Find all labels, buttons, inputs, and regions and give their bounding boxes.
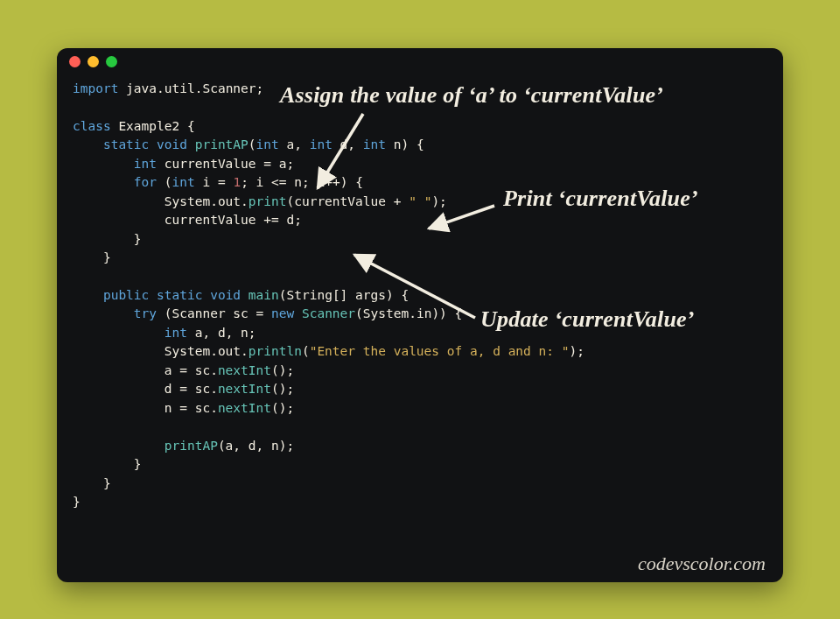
close-icon[interactable] [69, 56, 80, 67]
code-block: import java.util.Scanner; class Example2… [57, 74, 783, 520]
watermark: codevscolor.com [638, 552, 766, 575]
code-window: import java.util.Scanner; class Example2… [57, 48, 783, 582]
zoom-icon[interactable] [106, 56, 117, 67]
minimize-icon[interactable] [88, 56, 99, 67]
window-titlebar [57, 48, 783, 74]
